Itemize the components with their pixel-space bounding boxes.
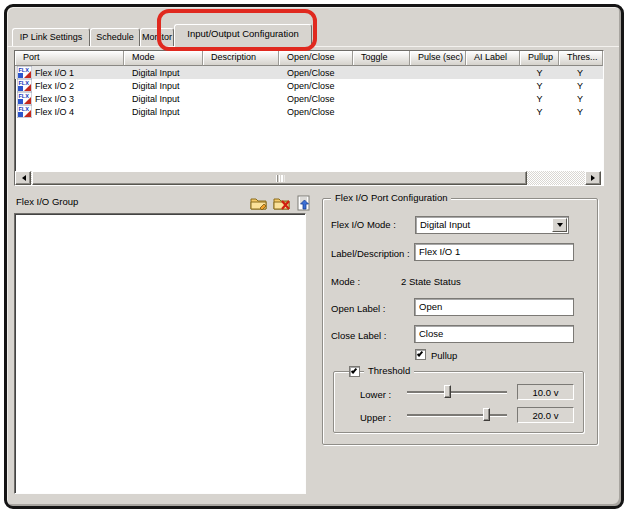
- upper-slider[interactable]: [407, 408, 507, 421]
- pulse-cell: [410, 92, 466, 105]
- left-arrow-icon: [19, 175, 26, 181]
- lower-slider-thumb[interactable]: [444, 385, 451, 398]
- column-header-pullup[interactable]: Pullup: [520, 51, 559, 66]
- port-cell: FLXFlex I/O 2: [15, 79, 124, 92]
- dropdown-button[interactable]: [552, 218, 567, 232]
- new-group-icon[interactable]: [250, 195, 267, 211]
- mode-static-label: Mode :: [331, 276, 360, 287]
- upper-label: Upper :: [360, 412, 391, 423]
- svg-text:FLX: FLX: [19, 67, 30, 73]
- table-row[interactable]: FLXFlex I/O 1 Digital Input Open/Close Y…: [15, 66, 603, 79]
- toggle-cell: [353, 66, 410, 79]
- mode-cell: Digital Input: [124, 105, 203, 118]
- column-header-open-close[interactable]: Open/Close: [279, 51, 353, 66]
- port-configuration-groupbox: Flex I/O Port Configuration Flex I/O Mod…: [322, 198, 598, 445]
- open-close-cell: Open/Close: [279, 105, 353, 118]
- scrollbar-thumb[interactable]: [32, 171, 527, 185]
- label-description-label: Label/Description :: [331, 248, 410, 259]
- thres-cell: Y: [559, 92, 601, 105]
- table-row[interactable]: FLXFlex I/O 4 Digital Input Open/Close Y…: [15, 105, 603, 118]
- ai-label-cell: [466, 105, 520, 118]
- description-cell: [203, 66, 279, 79]
- close-label-input[interactable]: Close: [414, 325, 574, 343]
- flex-io-mode-label: Flex I/O Mode :: [331, 219, 396, 230]
- port-name: Flex I/O 1: [35, 68, 74, 78]
- column-header-mode[interactable]: Mode: [124, 51, 203, 66]
- mode-static-value: 2 State Status: [401, 276, 461, 287]
- table-row[interactable]: FLXFlex I/O 3 Digital Input Open/Close Y…: [15, 92, 603, 105]
- ai-label-cell: [466, 79, 520, 92]
- port-cell: FLXFlex I/O 3: [15, 92, 124, 105]
- pullup-cell: Y: [520, 66, 559, 79]
- lower-slider[interactable]: [407, 385, 507, 398]
- open-close-cell: Open/Close: [279, 79, 353, 92]
- port-configuration-title: Flex I/O Port Configuration: [331, 192, 451, 203]
- open-label-input[interactable]: Open: [414, 298, 574, 316]
- ai-label-cell: [466, 66, 520, 79]
- tab-strip-baseline: [7, 46, 619, 47]
- tab-monitor[interactable]: Monitor: [140, 28, 174, 46]
- delete-group-icon[interactable]: [273, 195, 290, 211]
- checkmark-icon: [417, 350, 423, 356]
- horizontal-scrollbar[interactable]: [15, 171, 601, 185]
- tab-ip-link-settings[interactable]: IP Link Settings: [12, 28, 90, 46]
- lower-value-box: 10.0 v: [517, 384, 574, 400]
- flex-io-mode-select[interactable]: Digital Input: [415, 216, 569, 234]
- toggle-cell: [353, 105, 410, 118]
- open-close-cell: Open/Close: [279, 92, 353, 105]
- column-header-pulse-sec[interactable]: Pulse (sec): [410, 51, 466, 66]
- pulse-cell: [410, 105, 466, 118]
- assign-group-icon[interactable]: [295, 195, 312, 211]
- column-header-description[interactable]: Description: [203, 51, 279, 66]
- column-header-thres[interactable]: Thres...: [559, 51, 603, 66]
- toggle-cell: [353, 79, 410, 92]
- slider-track: [407, 391, 507, 393]
- svg-text:FLX: FLX: [19, 93, 30, 99]
- pullup-cell: Y: [520, 92, 559, 105]
- label-description-input[interactable]: Flex I/O 1: [414, 243, 574, 261]
- column-header-port[interactable]: Port: [15, 51, 124, 66]
- flex-io-device-icon: FLX: [17, 79, 32, 92]
- threshold-groupbox: Threshold Lower : 10.0 v Upper : 20.0 v: [333, 371, 584, 433]
- scrollbar-grip-icon: [275, 175, 284, 182]
- column-header-ai-label[interactable]: AI Label: [466, 51, 520, 66]
- dialog-window: IP Link Settings Schedule Monitor Input/…: [4, 4, 624, 509]
- description-cell: [203, 79, 279, 92]
- tab-input-output-configuration[interactable]: Input/Output Configuration: [174, 24, 312, 47]
- pullup-label: Pullup: [431, 350, 457, 361]
- pullup-cell: Y: [520, 105, 559, 118]
- pullup-checkbox[interactable]: [415, 349, 426, 360]
- description-cell: [203, 92, 279, 105]
- ai-label-cell: [466, 92, 520, 105]
- tab-schedule[interactable]: Schedule: [90, 28, 140, 46]
- mode-cell: Digital Input: [124, 66, 203, 79]
- table-row[interactable]: FLXFlex I/O 2 Digital Input Open/Close Y…: [15, 79, 603, 92]
- mode-cell: Digital Input: [124, 79, 203, 92]
- port-cell: FLXFlex I/O 1: [15, 66, 124, 79]
- upper-value-box: 20.0 v: [517, 407, 574, 423]
- upper-slider-thumb[interactable]: [483, 408, 490, 421]
- port-table-header: Port Mode Description Open/Close Toggle …: [15, 51, 603, 66]
- scroll-right-button[interactable]: [585, 171, 601, 185]
- port-name: Flex I/O 2: [35, 81, 74, 91]
- thres-cell: Y: [559, 79, 601, 92]
- close-label-label: Close Label :: [331, 330, 386, 341]
- column-header-toggle[interactable]: Toggle: [353, 51, 410, 66]
- scroll-left-button[interactable]: [15, 171, 31, 185]
- group-panel-title: Flex I/O Group: [16, 196, 78, 207]
- open-label-label: Open Label :: [331, 303, 385, 314]
- port-name: Flex I/O 3: [35, 94, 74, 104]
- flex-io-device-icon: FLX: [17, 105, 32, 118]
- toggle-cell: [353, 92, 410, 105]
- slider-track: [407, 414, 507, 416]
- open-close-cell: Open/Close: [279, 66, 353, 79]
- thres-cell: Y: [559, 105, 601, 118]
- pullup-cell: Y: [520, 79, 559, 92]
- port-cell: FLXFlex I/O 4: [15, 105, 124, 118]
- group-listbox[interactable]: [14, 213, 306, 494]
- svg-text:FLX: FLX: [19, 106, 30, 112]
- pulse-cell: [410, 79, 466, 92]
- checkmark-icon: [351, 367, 357, 373]
- description-cell: [203, 105, 279, 118]
- threshold-checkbox[interactable]: [349, 366, 360, 377]
